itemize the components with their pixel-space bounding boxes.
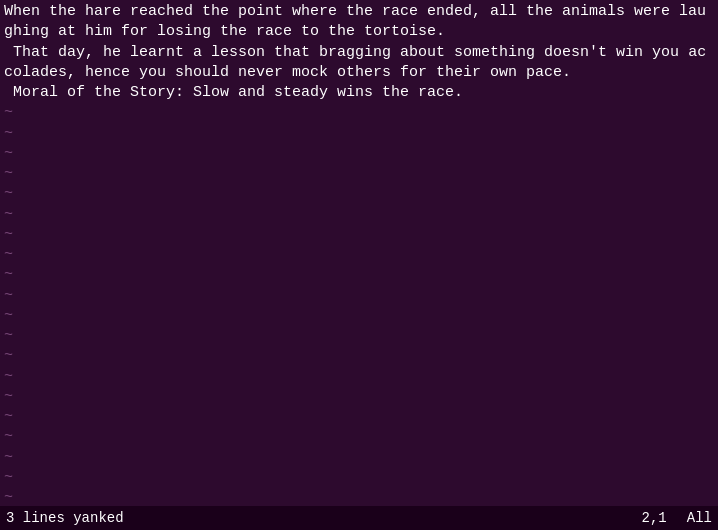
tilde-20: ~ bbox=[4, 488, 714, 506]
content-area[interactable]: When the hare reached the point where th… bbox=[0, 0, 718, 506]
tilde-15: ~ bbox=[4, 387, 714, 407]
text-line-2: That day, he learnt a lesson that braggi… bbox=[4, 43, 714, 84]
tilde-2: ~ bbox=[4, 124, 714, 144]
tilde-17: ~ bbox=[4, 427, 714, 447]
tilde-9: ~ bbox=[4, 265, 714, 285]
tilde-11: ~ bbox=[4, 306, 714, 326]
tilde-4: ~ bbox=[4, 164, 714, 184]
tilde-7: ~ bbox=[4, 225, 714, 245]
tilde-6: ~ bbox=[4, 205, 714, 225]
tilde-10: ~ bbox=[4, 286, 714, 306]
tilde-3: ~ bbox=[4, 144, 714, 164]
status-right: 2,1 All bbox=[642, 510, 712, 526]
tilde-8: ~ bbox=[4, 245, 714, 265]
cursor-position: 2,1 bbox=[642, 510, 667, 526]
status-message: 3 lines yanked bbox=[6, 510, 124, 526]
file-info: All bbox=[687, 510, 712, 526]
text-line-3: Moral of the Story: Slow and steady wins… bbox=[4, 83, 714, 103]
tilde-12: ~ bbox=[4, 326, 714, 346]
tilde-18: ~ bbox=[4, 448, 714, 468]
tilde-13: ~ bbox=[4, 346, 714, 366]
status-bar: 3 lines yanked 2,1 All bbox=[0, 506, 718, 530]
text-line-1: When the hare reached the point where th… bbox=[4, 2, 714, 43]
tilde-16: ~ bbox=[4, 407, 714, 427]
tilde-5: ~ bbox=[4, 184, 714, 204]
editor: When the hare reached the point where th… bbox=[0, 0, 718, 530]
tilde-19: ~ bbox=[4, 468, 714, 488]
tilde-14: ~ bbox=[4, 367, 714, 387]
tilde-1: ~ bbox=[4, 103, 714, 123]
